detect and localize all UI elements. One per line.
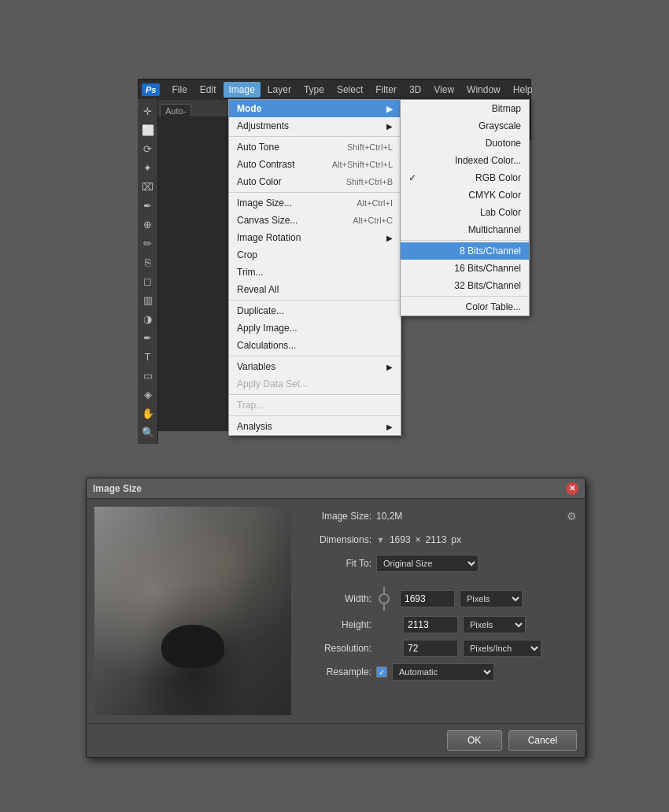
resample-checkbox[interactable] (376, 666, 387, 677)
dodge-tool[interactable]: ◑ (139, 310, 157, 327)
auto-contrast-item[interactable]: Auto ContrastAlt+Shift+Ctrl+L (229, 156, 401, 173)
shape-tool[interactable]: ▭ (139, 367, 157, 384)
dimensions-row: Dimensions: ▼ 1693 × 2113 px (301, 530, 577, 549)
hand-tool[interactable]: ✋ (139, 404, 157, 422)
magic-wand-tool[interactable]: ✦ (139, 159, 157, 176)
32bits-item[interactable]: 32 Bits/Channel (401, 277, 529, 294)
brush-tool[interactable]: ✏ (139, 234, 157, 252)
bitmap-item[interactable]: Bitmap (401, 100, 529, 117)
resolution-input[interactable] (403, 640, 458, 657)
resolution-row: Resolution: Pixels/InchPixels/cm (301, 639, 577, 658)
menu-select[interactable]: Select (331, 82, 368, 98)
resample-label: Resample: (301, 666, 371, 677)
auto-toggle[interactable]: Auto- (160, 104, 191, 118)
ps-logo: Ps (142, 83, 160, 96)
image-rotation-item[interactable]: Image Rotation▶ (229, 229, 401, 246)
gradient-tool[interactable]: ▥ (139, 291, 157, 308)
move-tool[interactable]: ✛ (139, 102, 157, 120)
indexed-color-item[interactable]: Indexed Color... (401, 152, 529, 169)
resolution-unit-select[interactable]: Pixels/InchPixels/cm (463, 640, 541, 657)
menu-image[interactable]: Image (224, 82, 261, 98)
height-unit-select[interactable]: PixelsPercentInches (463, 616, 526, 633)
width-input[interactable] (400, 590, 455, 607)
eyedropper-tool[interactable]: ✒ (139, 197, 157, 214)
dim-dropdown-arrow[interactable]: ▼ (376, 535, 385, 544)
grayscale-item[interactable]: Grayscale (401, 117, 529, 135)
width-unit-select[interactable]: PixelsPercentInches (460, 590, 523, 607)
menu-layer[interactable]: Layer (262, 82, 297, 98)
gear-icon[interactable]: ⚙ (567, 510, 577, 522)
variables-item[interactable]: Variables▶ (229, 358, 401, 375)
fit-to-label: Fit To: (301, 558, 371, 569)
auto-color-item[interactable]: Auto ColorShift+Ctrl+B (229, 173, 401, 190)
color-table-item[interactable]: Color Table... (401, 298, 529, 316)
chain-link (376, 587, 392, 611)
image-size-label: Image Size: (301, 511, 371, 522)
width-row: Width: PixelsPercentInches (301, 587, 577, 611)
zoom-tool[interactable]: 🔍 (139, 423, 157, 441)
mode-label: Mode (237, 103, 261, 114)
clone-tool[interactable]: ⎘ (139, 253, 157, 271)
pen-tool[interactable]: ✒ (139, 329, 157, 346)
crop-tool[interactable]: ⌧ (139, 178, 157, 195)
menu-edit[interactable]: Edit (194, 82, 222, 98)
trim-item[interactable]: Trim... (229, 264, 401, 281)
menu-type[interactable]: Type (298, 82, 330, 98)
heal-tool[interactable]: ⊕ (139, 216, 157, 233)
image-size-dialog: Image Size ✕ Image Size: 10,2M ⚙ Dimensi… (86, 478, 586, 758)
dialog-close-button[interactable]: ✕ (566, 482, 578, 495)
8bits-item[interactable]: 8 Bits/Channel (401, 242, 529, 260)
rgb-color-item[interactable]: ✓RGB Color (401, 169, 529, 186)
apply-image-item[interactable]: Apply Image... (229, 319, 401, 337)
sep-4 (229, 356, 401, 356)
menu-filter[interactable]: Filter (370, 82, 402, 98)
image-size-item[interactable]: Image Size...Alt+Ctrl+I (229, 194, 401, 212)
multichannel-item[interactable]: Multichannel (401, 221, 529, 238)
cmyk-color-item[interactable]: CMYK Color (401, 186, 529, 204)
eraser-tool[interactable]: ◻ (139, 272, 157, 290)
menu-help[interactable]: Help (508, 82, 538, 98)
adjustments-item[interactable]: Adjustments▶ (229, 117, 401, 135)
canvas-size-item[interactable]: Canvas Size...Alt+Ctrl+C (229, 212, 401, 229)
dialog-titlebar: Image Size ✕ (87, 478, 585, 499)
trap-item: Trap... (229, 397, 401, 414)
auto-tone-item[interactable]: Auto ToneShift+Ctrl+L (229, 138, 401, 156)
menu-file[interactable]: File (166, 82, 192, 98)
fit-to-select[interactable]: Original Size Custom (376, 555, 479, 572)
lab-color-item[interactable]: Lab Color (401, 204, 529, 221)
reveal-all-item[interactable]: Reveal All (229, 281, 401, 298)
rect-select-tool[interactable]: ⬜ (139, 121, 157, 138)
lasso-tool[interactable]: ⟳ (139, 140, 157, 157)
cancel-button[interactable]: Cancel (508, 730, 577, 751)
menu-view[interactable]: View (428, 82, 460, 98)
sep-2 (229, 192, 401, 193)
width-label: Width: (301, 593, 371, 604)
height-input[interactable] (403, 616, 458, 633)
mode-submenu: Bitmap Grayscale Duotone Indexed Color..… (400, 99, 530, 316)
apply-dataset-item: Apply Data Set... (229, 375, 401, 393)
analysis-item[interactable]: Analysis▶ (229, 418, 401, 435)
height-label: Height: (301, 619, 371, 630)
dim-unit: px (451, 534, 461, 545)
resample-select[interactable]: Automatic Preserve Details Bicubic Smoot… (392, 663, 494, 681)
resample-row: Resample: Automatic Preserve Details Bic… (301, 663, 577, 681)
image-size-row: Image Size: 10,2M ⚙ (301, 507, 577, 526)
path-tool[interactable]: ◈ (139, 386, 157, 403)
duotone-item[interactable]: Duotone (401, 135, 529, 152)
duplicate-item[interactable]: Duplicate... (229, 302, 401, 319)
dialog-body: Image Size: 10,2M ⚙ Dimensions: ▼ 1693 ×… (87, 499, 585, 723)
dim-height-value: 2113 (426, 534, 447, 545)
canvas-area (158, 116, 237, 431)
menu-window[interactable]: Window (461, 82, 506, 98)
sep-mode-1 (401, 240, 529, 241)
ok-button[interactable]: OK (447, 730, 502, 751)
crop-item[interactable]: Crop (229, 246, 401, 264)
height-row: Height: PixelsPercentInches (301, 615, 577, 634)
16bits-item[interactable]: 16 Bits/Channel (401, 260, 529, 277)
calculations-item[interactable]: Calculations... (229, 337, 401, 354)
dim-x: × (416, 534, 421, 545)
mode-header[interactable]: Mode ▶ (229, 100, 401, 117)
image-size-value: 10,2M (376, 511, 402, 522)
text-tool[interactable]: T (139, 348, 157, 365)
menu-3d[interactable]: 3D (404, 82, 427, 98)
